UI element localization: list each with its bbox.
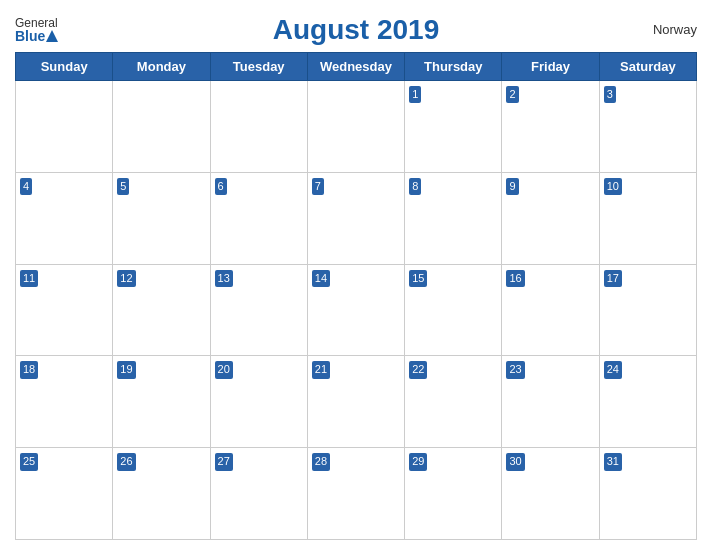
day-number: 20 [215,361,233,378]
calendar-day-4: 4 [16,172,113,264]
calendar-week-row: 11121314151617 [16,264,697,356]
logo: General Blue [15,17,59,43]
calendar-header: General Blue August 2019 Norway [15,14,697,46]
day-number: 8 [409,178,421,195]
day-number: 3 [604,86,616,103]
calendar-empty-cell [210,81,307,173]
calendar-day-13: 13 [210,264,307,356]
calendar-day-5: 5 [113,172,210,264]
day-number: 11 [20,270,38,287]
calendar-week-row: 123 [16,81,697,173]
day-number: 19 [117,361,135,378]
calendar-day-19: 19 [113,356,210,448]
day-number: 5 [117,178,129,195]
weekday-header-tuesday: Tuesday [210,53,307,81]
calendar-day-22: 22 [405,356,502,448]
day-number: 23 [506,361,524,378]
calendar-day-16: 16 [502,264,599,356]
calendar-day-12: 12 [113,264,210,356]
calendar-day-3: 3 [599,81,696,173]
calendar-day-26: 26 [113,448,210,540]
weekday-header-friday: Friday [502,53,599,81]
day-number: 16 [506,270,524,287]
calendar-week-row: 18192021222324 [16,356,697,448]
calendar-day-8: 8 [405,172,502,264]
day-number: 22 [409,361,427,378]
day-number: 15 [409,270,427,287]
calendar-day-9: 9 [502,172,599,264]
day-number: 24 [604,361,622,378]
day-number: 4 [20,178,32,195]
day-number: 31 [604,453,622,470]
day-number: 29 [409,453,427,470]
calendar-day-18: 18 [16,356,113,448]
calendar-day-28: 28 [307,448,404,540]
day-number: 26 [117,453,135,470]
calendar-day-20: 20 [210,356,307,448]
calendar-empty-cell [113,81,210,173]
calendar-table: SundayMondayTuesdayWednesdayThursdayFrid… [15,52,697,540]
calendar-day-27: 27 [210,448,307,540]
calendar-day-11: 11 [16,264,113,356]
day-number: 28 [312,453,330,470]
calendar-day-30: 30 [502,448,599,540]
weekday-header-thursday: Thursday [405,53,502,81]
day-number: 2 [506,86,518,103]
day-number: 12 [117,270,135,287]
calendar-empty-cell [16,81,113,173]
calendar-day-24: 24 [599,356,696,448]
day-number: 1 [409,86,421,103]
calendar-day-17: 17 [599,264,696,356]
calendar-day-7: 7 [307,172,404,264]
calendar-day-31: 31 [599,448,696,540]
calendar-day-14: 14 [307,264,404,356]
country-label: Norway [653,22,697,37]
weekday-header-monday: Monday [113,53,210,81]
calendar-day-29: 29 [405,448,502,540]
day-number: 21 [312,361,330,378]
calendar-day-1: 1 [405,81,502,173]
calendar-day-23: 23 [502,356,599,448]
day-number: 17 [604,270,622,287]
day-number: 6 [215,178,227,195]
day-number: 9 [506,178,518,195]
logo-blue-text: Blue [15,29,59,43]
day-number: 10 [604,178,622,195]
calendar-week-row: 45678910 [16,172,697,264]
day-number: 13 [215,270,233,287]
calendar-empty-cell [307,81,404,173]
day-number: 7 [312,178,324,195]
calendar-day-15: 15 [405,264,502,356]
svg-marker-0 [46,30,58,42]
day-number: 30 [506,453,524,470]
day-number: 25 [20,453,38,470]
logo-triangle-icon [45,29,59,43]
weekday-header-row: SundayMondayTuesdayWednesdayThursdayFrid… [16,53,697,81]
month-title: August 2019 [273,14,440,46]
calendar-day-10: 10 [599,172,696,264]
calendar-week-row: 25262728293031 [16,448,697,540]
day-number: 18 [20,361,38,378]
calendar-day-25: 25 [16,448,113,540]
weekday-header-saturday: Saturday [599,53,696,81]
calendar-day-21: 21 [307,356,404,448]
calendar-day-6: 6 [210,172,307,264]
weekday-header-wednesday: Wednesday [307,53,404,81]
day-number: 14 [312,270,330,287]
calendar-day-2: 2 [502,81,599,173]
weekday-header-sunday: Sunday [16,53,113,81]
day-number: 27 [215,453,233,470]
